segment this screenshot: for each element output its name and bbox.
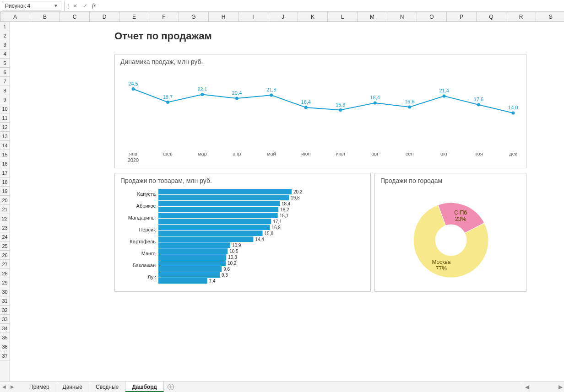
row-header[interactable]: 31 <box>0 296 10 306</box>
svg-text:21,8: 21,8 <box>266 87 276 92</box>
svg-text:10,2: 10,2 <box>228 261 237 266</box>
row-header[interactable]: 25 <box>0 242 10 251</box>
row-header[interactable]: 18 <box>0 177 10 187</box>
svg-text:20,4: 20,4 <box>232 90 242 96</box>
row-header[interactable]: 27 <box>0 260 10 269</box>
name-box-value: Рисунок 4 <box>5 3 30 9</box>
svg-point-10 <box>235 97 239 100</box>
chart-donut-panel[interactable]: Продажи по городам С-Пб23%Москва77% <box>374 173 526 292</box>
divider <box>64 1 65 11</box>
chart-donut-title: Продажи по городам <box>375 173 526 186</box>
row-header[interactable]: 28 <box>0 269 10 278</box>
row-header[interactable]: 21 <box>0 205 10 214</box>
column-header[interactable]: F <box>149 12 179 21</box>
horizontal-scrollbar[interactable]: ◀ ▶ <box>523 381 564 392</box>
name-box[interactable]: Рисунок 4 ▼ <box>2 1 61 11</box>
column-header[interactable]: S <box>536 12 564 21</box>
svg-text:янв: янв <box>129 151 137 156</box>
row-header[interactable]: 8 <box>0 86 10 95</box>
row-header[interactable]: 32 <box>0 306 10 315</box>
svg-rect-52 <box>158 225 270 230</box>
row-header[interactable]: 36 <box>0 342 10 351</box>
row-header[interactable]: 9 <box>0 95 10 104</box>
sheet-tab[interactable]: Пример <box>23 381 56 392</box>
row-header[interactable]: 12 <box>0 123 10 132</box>
row-header[interactable]: 26 <box>0 251 10 260</box>
row-header[interactable]: 2 <box>0 31 10 40</box>
row-header[interactable]: 13 <box>0 132 10 141</box>
svg-text:ноя: ноя <box>474 151 483 156</box>
tab-next-icon[interactable]: ▶ <box>8 381 16 392</box>
svg-text:20,2: 20,2 <box>293 189 303 194</box>
svg-rect-42 <box>158 201 280 206</box>
row-header[interactable]: 34 <box>0 324 10 333</box>
column-header[interactable]: N <box>387 12 417 21</box>
sheet-tab[interactable]: Сводные <box>89 381 125 392</box>
row-header[interactable]: 6 <box>0 68 10 77</box>
column-header[interactable]: G <box>179 12 209 21</box>
chart-bar-panel[interactable]: Продажи по товарам, млн руб. 20,2Капуста… <box>114 173 371 292</box>
svg-text:18,4: 18,4 <box>282 201 291 206</box>
column-header[interactable]: Q <box>477 12 506 21</box>
column-header[interactable]: E <box>119 12 149 21</box>
svg-text:Лук: Лук <box>147 274 156 280</box>
row-header[interactable]: 17 <box>0 168 10 177</box>
row-header[interactable]: 23 <box>0 223 10 232</box>
sheet-tab[interactable]: Данные <box>56 381 89 392</box>
column-header[interactable]: H <box>209 12 239 21</box>
accept-icon[interactable]: ✓ <box>80 3 90 9</box>
row-header[interactable]: 16 <box>0 159 10 168</box>
row-header[interactable]: 1 <box>0 22 10 31</box>
svg-text:22,1: 22,1 <box>197 86 207 92</box>
svg-rect-65 <box>158 254 226 260</box>
row-header[interactable]: 29 <box>0 278 10 287</box>
svg-rect-72 <box>158 272 220 278</box>
column-header[interactable]: D <box>90 12 119 21</box>
add-sheet-button[interactable] <box>164 381 178 392</box>
row-header[interactable]: 35 <box>0 333 10 342</box>
svg-text:7,4: 7,4 <box>209 279 216 284</box>
row-header[interactable]: 20 <box>0 196 10 205</box>
row-header[interactable]: 24 <box>0 232 10 242</box>
chart-donut: С-Пб23%Москва77% <box>375 186 527 289</box>
scroll-left-icon[interactable]: ◀ <box>523 384 531 390</box>
column-header[interactable]: M <box>358 12 387 21</box>
svg-text:окт: окт <box>440 151 448 156</box>
row-header[interactable]: 19 <box>0 187 10 196</box>
formula-input[interactable] <box>98 1 564 11</box>
svg-text:Капуста: Капуста <box>137 191 156 197</box>
row-header[interactable]: 10 <box>0 104 10 113</box>
row-header[interactable]: 30 <box>0 287 10 296</box>
row-header[interactable]: 14 <box>0 141 10 150</box>
row-header[interactable]: 3 <box>0 40 10 49</box>
svg-text:С-Пб: С-Пб <box>454 209 467 216</box>
column-header[interactable]: C <box>60 12 90 21</box>
row-header[interactable]: 15 <box>0 150 10 159</box>
column-header[interactable]: I <box>239 12 268 21</box>
svg-rect-70 <box>158 266 222 272</box>
column-header[interactable]: B <box>30 12 60 21</box>
column-header[interactable]: J <box>268 12 298 21</box>
svg-text:Персик: Персик <box>139 227 156 232</box>
column-header[interactable]: R <box>506 12 536 21</box>
column-header[interactable]: A <box>0 12 30 21</box>
cells-area[interactable]: Отчет по продажам Динамика продаж, млн р… <box>10 22 564 381</box>
row-header[interactable]: 7 <box>0 77 10 86</box>
chart-line-panel[interactable]: Динамика продаж, млн руб. 24,5янв202018,… <box>114 54 526 168</box>
cancel-icon[interactable]: ✕ <box>70 3 80 9</box>
row-header[interactable]: 11 <box>0 113 10 123</box>
column-header[interactable]: O <box>417 12 447 21</box>
fx-icon[interactable]: fx <box>90 2 98 9</box>
row-header[interactable]: 33 <box>0 315 10 324</box>
column-header[interactable]: K <box>298 12 328 21</box>
row-header[interactable]: 4 <box>0 49 10 59</box>
row-header[interactable]: 5 <box>0 59 10 68</box>
row-header[interactable]: 22 <box>0 214 10 223</box>
column-header[interactable]: P <box>447 12 477 21</box>
sheet-tab[interactable]: Дашборд <box>125 381 164 392</box>
column-header[interactable]: L <box>328 12 358 21</box>
scroll-right-icon[interactable]: ▶ <box>557 384 564 390</box>
row-header[interactable]: 37 <box>0 351 10 360</box>
tab-prev-icon[interactable]: ◀ <box>0 381 8 392</box>
svg-text:10,9: 10,9 <box>232 243 241 248</box>
